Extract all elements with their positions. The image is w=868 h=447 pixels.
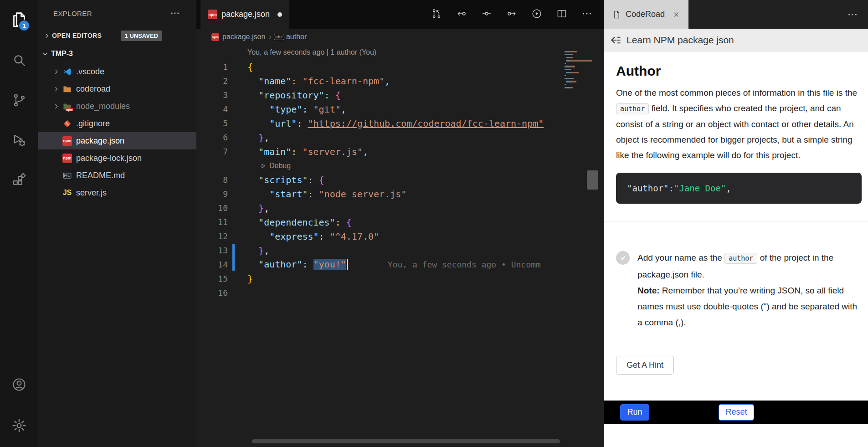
- code-token: ,: [385, 76, 390, 87]
- file-label: package-lock.json: [76, 154, 142, 163]
- code-line-8[interactable]: 8 "scripts": {: [196, 173, 604, 187]
- nav-circle-button[interactable]: [481, 8, 492, 21]
- code-line-7[interactable]: 7 "main": "server.js",: [196, 144, 604, 159]
- get-hint-button[interactable]: Get A Hint: [616, 356, 674, 375]
- source-control-activity-button[interactable]: [0, 80, 38, 120]
- file-package-lock.json[interactable]: npmpackage-lock.json: [38, 149, 196, 167]
- code-editor[interactable]: You, a few seconds ago | 1 author (You) …: [196, 45, 604, 447]
- minimap-line: [564, 93, 594, 94]
- settings-activity-button[interactable]: [0, 405, 38, 446]
- file-tree: .vscodecoderoadnpmnode_modules.gitignore…: [38, 63, 196, 201]
- back-to-menu-icon[interactable]: [610, 34, 621, 46]
- code-token: [247, 118, 269, 129]
- code-line-12[interactable]: 12 "express": "^4.17.0": [196, 229, 604, 243]
- run-circle-button[interactable]: [531, 8, 542, 21]
- codelens-debug[interactable]: Debug: [196, 159, 604, 173]
- file-server.js[interactable]: JSserver.js: [38, 184, 196, 201]
- tab-coderoad[interactable]: CodeRoad: [604, 0, 688, 29]
- minimap-slider[interactable]: [587, 170, 598, 190]
- root-folder-label: TMP-3: [51, 50, 73, 58]
- unsaved-dot-indicator[interactable]: [277, 12, 282, 17]
- code-line-2[interactable]: 2 "name": "fcc-learn-npm",: [196, 74, 604, 88]
- file-node_modules[interactable]: npmnode_modules: [38, 98, 196, 115]
- compare-changes-button[interactable]: [431, 8, 442, 21]
- minimap-line: [564, 87, 594, 88]
- code-token: [247, 245, 258, 256]
- search-activity-button[interactable]: [0, 40, 38, 80]
- unsaved-badge: 1 UNSAVED: [121, 31, 162, 41]
- code-token: "author": [627, 183, 669, 193]
- editor-tabbar: npm package.json: [196, 0, 604, 29]
- close-icon[interactable]: [672, 10, 680, 19]
- code-token: [247, 76, 258, 87]
- check-icon: [618, 253, 627, 262]
- split-editor-button[interactable]: [556, 8, 567, 21]
- run-button[interactable]: Run: [620, 404, 649, 421]
- extensions-activity-button[interactable]: [0, 160, 38, 200]
- nav-forward-button[interactable]: [506, 8, 517, 21]
- code-line-9[interactable]: 9 "start": "node server.js": [196, 187, 604, 201]
- line-number: 2: [196, 76, 228, 86]
- code-text: },: [228, 132, 269, 143]
- file-.vscode[interactable]: .vscode: [38, 63, 196, 80]
- minimap-line: [564, 51, 594, 52]
- reset-button[interactable]: Reset: [719, 404, 754, 421]
- root-folder-row[interactable]: TMP-3: [38, 45, 196, 63]
- code-line-3[interactable]: 3 "repository": {: [196, 88, 604, 102]
- explorer-sidebar: EXPLORER OPEN EDITORS 1 UNSAVED TMP-3 .v…: [38, 0, 196, 447]
- code-line-13[interactable]: 13 },: [196, 243, 604, 257]
- code-line-14[interactable]: 14 "author": "you!"You, a few seconds ag…: [196, 257, 604, 272]
- account-activity-button[interactable]: [0, 364, 38, 405]
- code-token: [247, 189, 269, 200]
- code-token: ,: [264, 132, 269, 143]
- breadcrumb-package.json[interactable]: npmpackage.json: [211, 33, 265, 41]
- run-debug-activity-button[interactable]: [0, 120, 38, 160]
- js-icon: JS: [62, 188, 72, 198]
- code-token: "Jane Doe": [674, 183, 726, 193]
- nav-circle-icon: [481, 8, 492, 19]
- tab-package-json[interactable]: npm package.json: [200, 0, 289, 29]
- code-token: "dependencies": [258, 217, 335, 228]
- file-.gitignore[interactable]: .gitignore: [38, 115, 196, 132]
- code-text: },: [228, 203, 269, 214]
- section-paragraph: One of the most common pieces of informa…: [616, 85, 862, 163]
- code-line-15[interactable]: 15}: [196, 272, 604, 286]
- file-coderoad[interactable]: coderoad: [38, 80, 196, 98]
- code-line-11[interactable]: 11 "dependencies": {: [196, 215, 604, 229]
- explorer-badge: 1: [19, 21, 29, 31]
- code-token: [247, 203, 258, 214]
- nav-back-button[interactable]: [456, 8, 467, 21]
- open-editors-header[interactable]: OPEN EDITORS 1 UNSAVED: [38, 26, 196, 45]
- code-token: [247, 259, 258, 270]
- file-package.json[interactable]: npmpackage.json: [38, 132, 196, 149]
- line-number: 4: [196, 104, 228, 114]
- code-line-5[interactable]: 5 "url": "https://github.com/coderoad/fc…: [196, 116, 604, 130]
- explorer-activity-button[interactable]: [0, 0, 38, 40]
- gear-icon: [11, 418, 27, 433]
- more-actions-icon[interactable]: [170, 8, 180, 18]
- minimap[interactable]: [564, 48, 594, 96]
- code-token: ,: [726, 183, 731, 193]
- horizontal-scrollbar[interactable]: [252, 439, 560, 443]
- code-line-10[interactable]: 10 },: [196, 201, 604, 215]
- code-token: :: [308, 189, 318, 200]
- coderoad-panel: CodeRoad Learn NPM package json Author O…: [604, 0, 868, 447]
- task-item: Add your name as the author of the proje…: [616, 250, 862, 330]
- more-actions-icon[interactable]: [847, 9, 858, 20]
- breadcrumb-author[interactable]: abcauthor: [275, 33, 307, 41]
- file-README.md[interactable]: README.md: [38, 167, 196, 184]
- code-token: "node server.js": [319, 189, 407, 200]
- compare-changes-icon: [431, 8, 442, 19]
- code-line-1[interactable]: 1{: [196, 60, 604, 74]
- code-line-16[interactable]: 16: [196, 286, 604, 300]
- code-token: "fcc-learn-npm": [302, 76, 385, 87]
- code-line-4[interactable]: 4 "type": "git",: [196, 102, 604, 116]
- more-actions-button[interactable]: [581, 8, 592, 21]
- sidebar-header: EXPLORER: [38, 0, 196, 26]
- code-line-6[interactable]: 6 },: [196, 130, 604, 144]
- code-text: "author": "you!"You, a few seconds ago •…: [228, 259, 541, 271]
- minimap-line: [564, 60, 594, 61]
- line-number: 7: [196, 147, 228, 156]
- code-token: {: [319, 175, 324, 185]
- codelens-authors[interactable]: You, a few seconds ago | 1 author (You): [196, 45, 604, 60]
